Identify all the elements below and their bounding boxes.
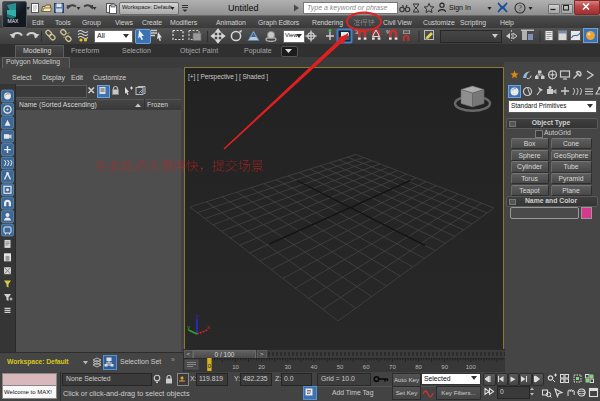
svg-text:70: 70 [389,364,396,370]
svg-text:100: 100 [466,364,477,370]
svg-text:20: 20 [258,364,265,370]
svg-text:90: 90 [441,364,448,370]
svg-text:10: 10 [232,364,239,370]
svg-text:30: 30 [284,364,291,370]
svg-text:50: 50 [337,364,344,370]
svg-text:x: x [207,324,210,330]
svg-text:60: 60 [363,364,370,370]
svg-text:?: ? [518,4,522,13]
svg-text:80: 80 [415,364,422,370]
svg-text:z: z [196,313,199,319]
svg-text:y: y [187,324,190,330]
svg-text:MAX: MAX [8,18,20,24]
svg-text:40: 40 [311,364,318,370]
